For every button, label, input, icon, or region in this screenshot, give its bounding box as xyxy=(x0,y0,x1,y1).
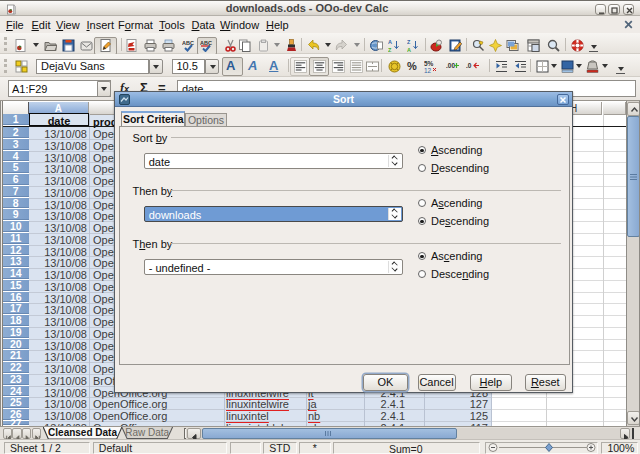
svg-text:ABC: ABC xyxy=(200,39,212,45)
svg-text:A: A xyxy=(388,39,392,45)
svg-text:ABC: ABC xyxy=(182,39,194,45)
svg-text:A: A xyxy=(407,46,411,52)
svg-text:Z: Z xyxy=(407,39,411,45)
svg-text:12: 12 xyxy=(424,66,432,73)
svg-text:Z: Z xyxy=(388,46,392,52)
svg-text:.0: .0 xyxy=(466,62,472,69)
